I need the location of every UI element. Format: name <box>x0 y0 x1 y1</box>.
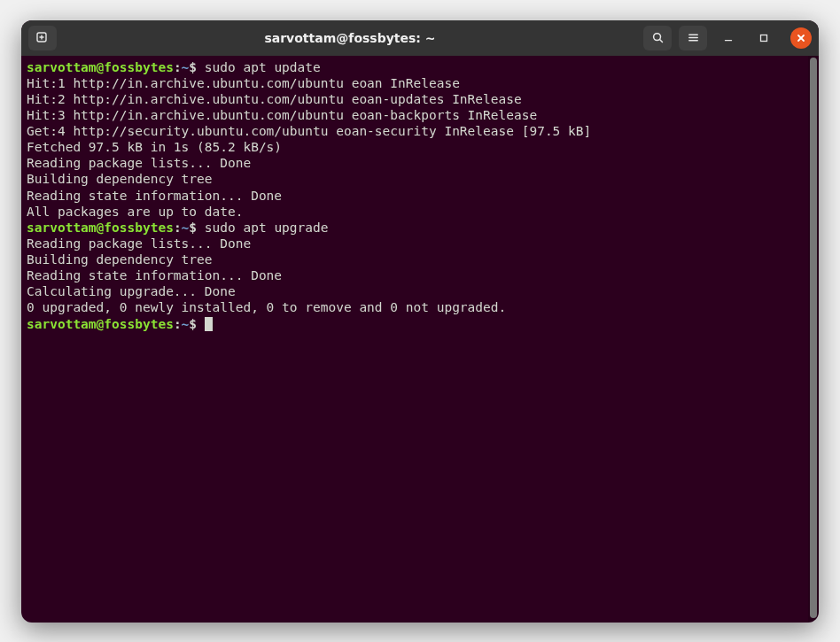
search-button[interactable] <box>643 26 672 50</box>
output-line: Calculating upgrade... Done <box>27 284 236 298</box>
cursor <box>205 317 213 331</box>
output-line: All packages are up to date. <box>27 205 243 219</box>
terminal-content-wrap: sarvottam@fossbytes:~$ sudo apt update H… <box>21 56 819 623</box>
new-tab-icon <box>35 31 50 45</box>
search-icon <box>651 31 665 44</box>
output-line: 0 upgraded, 0 newly installed, 0 to remo… <box>27 300 506 314</box>
prompt-symbol: $ <box>189 60 197 74</box>
output-line: Fetched 97.5 kB in 1s (85.2 kB/s) <box>27 140 282 154</box>
prompt-symbol: $ <box>189 220 197 235</box>
terminal-body[interactable]: sarvottam@fossbytes:~$ sudo apt update H… <box>21 56 808 623</box>
output-line: Get:4 http://security.ubuntu.com/ubuntu … <box>27 124 591 138</box>
prompt-user-host: sarvottam@fossbytes <box>27 220 174 235</box>
titlebar: sarvottam@fossbytes: ~ <box>21 20 819 56</box>
prompt-user-host: sarvottam@fossbytes <box>27 60 174 74</box>
hamburger-icon <box>687 31 700 44</box>
svg-line-4 <box>659 40 662 43</box>
output-line: Reading package lists... Done <box>27 156 251 170</box>
maximize-button[interactable] <box>750 26 778 50</box>
scrollbar-thumb[interactable] <box>810 58 817 619</box>
new-tab-button[interactable] <box>28 26 57 50</box>
close-button[interactable] <box>790 27 812 49</box>
prompt-user-host: sarvottam@fossbytes <box>27 317 174 331</box>
maximize-icon <box>758 32 770 44</box>
output-line: Reading package lists... Done <box>27 236 251 251</box>
prompt-colon: : <box>174 317 182 331</box>
output-line: Hit:1 http://in.archive.ubuntu.com/ubunt… <box>27 76 460 90</box>
prompt-colon: : <box>174 60 182 74</box>
terminal-window: sarvottam@fossbytes: ~ <box>21 20 819 623</box>
minimize-icon <box>722 32 735 44</box>
output-line: Building dependency tree <box>27 172 213 186</box>
prompt-symbol: $ <box>189 317 197 331</box>
output-line: Hit:3 http://in.archive.ubuntu.com/ubunt… <box>27 108 537 122</box>
output-line: Hit:2 http://in.archive.ubuntu.com/ubunt… <box>27 92 522 106</box>
window-title: sarvottam@fossbytes: ~ <box>57 31 643 45</box>
output-line: Building dependency tree <box>27 252 213 267</box>
command-2: sudo apt upgrade <box>205 220 329 235</box>
command-1: sudo apt update <box>205 60 321 74</box>
close-icon <box>796 33 806 43</box>
scrollbar[interactable] <box>808 56 819 623</box>
output-line: Reading state information... Done <box>27 189 282 203</box>
prompt-colon: : <box>174 220 182 235</box>
svg-rect-9 <box>761 35 767 41</box>
menu-button[interactable] <box>679 26 707 50</box>
minimize-button[interactable] <box>714 26 743 50</box>
output-line: Reading state information... Done <box>27 268 282 282</box>
